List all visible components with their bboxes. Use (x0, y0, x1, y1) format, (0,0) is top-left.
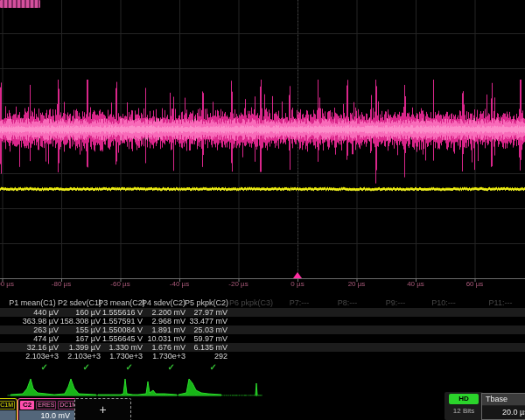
time-tick-label: 60 µs (466, 280, 484, 289)
hd-badge: HD (449, 394, 479, 404)
measure-value: 59.97 mV (193, 334, 228, 343)
measure-value: 27.97 mV (193, 308, 228, 317)
measure-value: 33.477 mV (189, 317, 228, 326)
hd-mode-group[interactable]: HD 12 Bits (444, 392, 483, 420)
c1-descriptor-tags: DC1M (0, 399, 17, 410)
measure-value: 2.968 mV (151, 317, 186, 326)
status-check-icon: ✓ (41, 362, 48, 373)
param-header[interactable]: P1 mean(C1) (9, 298, 56, 308)
c2-eres-tag: ERES (36, 401, 56, 410)
measure-value: 1.550084 V (102, 326, 143, 334)
time-tick-label: -20 µs (228, 280, 248, 289)
param-header[interactable]: P6 pkpk(C3) (229, 298, 273, 308)
timebase-value: 20.0 µs/div (482, 406, 525, 419)
measure-value: 1.556645 V (102, 334, 143, 343)
measure-value: 474 µV (33, 334, 59, 343)
measure-value: 2.200 mV (151, 308, 186, 317)
measure-value: 160 µV (75, 308, 101, 317)
measure-value: 2.103e+3 (25, 352, 59, 360)
measure-value: 158.308 µV (60, 317, 101, 326)
measure-value: 1.730e+3 (152, 352, 186, 360)
param-header[interactable]: P7:--- (290, 298, 310, 308)
time-tick-label: -80 µs (52, 280, 71, 289)
measure-value: 1.676 mV (151, 343, 186, 352)
status-check-icon: ✓ (83, 362, 90, 373)
measure-row: 32.16 µV1.399 µV1.330 mV1.676 mV6.135 mV (0, 343, 525, 352)
measure-value: 10.031 mV (147, 334, 186, 343)
param-header[interactable]: P5 pkpk(C2) (185, 298, 228, 308)
measure-value: 1.330 mV (108, 343, 143, 352)
measure-value: 167 µV (75, 334, 101, 343)
timebase-descriptor[interactable]: Tbase 20.0 µs/div (481, 393, 525, 420)
oscilloscope-screen: -100 µs-80 µs-60 µs-40 µs-20 µs0 µs20 µs… (0, 0, 525, 420)
measure-value: 1.557591 V (102, 317, 143, 326)
measure-value: 440 µV (33, 308, 59, 317)
measure-row: 263 µV155 µV1.550084 V1.891 mV25.03 mV (0, 326, 525, 334)
hd-bits-label: 12 Bits (444, 406, 483, 416)
measure-value: 292 (214, 352, 228, 360)
time-tick-label: -40 µs (170, 280, 189, 289)
measure-value: 6.135 mV (193, 343, 228, 352)
measure-value: 1.891 mV (151, 326, 186, 334)
measure-value: 1.555616 V (102, 308, 143, 317)
measure-value: 263 µV (33, 326, 59, 334)
measure-row: 363.98 µV158.308 µV1.557591 V2.968 mV33.… (0, 317, 525, 326)
param-header[interactable]: P11:--- (489, 298, 513, 308)
param-header[interactable]: P2 sdev(C1) (58, 298, 102, 308)
measure-value: 363.98 µV (23, 317, 59, 326)
measure-value: 32.16 µV (27, 343, 59, 352)
measure-value: 1.730e+3 (109, 352, 143, 360)
measure-value: 2.103e+3 (67, 352, 101, 360)
measure-value: 155 µV (75, 326, 101, 334)
param-header[interactable]: P3 mean(C2) (98, 298, 145, 308)
time-tick-label: 20 µs (348, 280, 366, 289)
timebase-label: Tbase (482, 394, 525, 406)
time-tick-label: -60 µs (110, 280, 130, 289)
time-tick-label: 40 µs (407, 280, 424, 289)
time-tick-label: -100 µs (0, 280, 14, 289)
c2-channel-badge: C2 (20, 401, 34, 410)
cropped-toolbar-badge (0, 0, 40, 8)
measure-row: 2.103e+32.103e+31.730e+31.730e+3292 (0, 352, 525, 360)
measure-row: 474 µV167 µV1.556645 V10.031 mV59.97 mV (0, 334, 525, 343)
param-header[interactable]: P10:--- (431, 298, 456, 308)
param-header[interactable]: P8:--- (338, 298, 358, 308)
measure-row: 440 µV160 µV1.555616 V2.200 mV27.97 mV (0, 308, 525, 317)
param-header[interactable]: P4 sdev(C2) (142, 298, 186, 308)
add-trace-button[interactable]: + (74, 398, 131, 420)
c1-scale-value: 10.0 mV (0, 410, 16, 420)
param-header[interactable]: P9:--- (386, 298, 406, 308)
status-check-icon: ✓ (126, 362, 133, 373)
status-check-icon: ✓ (210, 362, 217, 373)
c1-coupling-tag: DC1M (0, 401, 15, 410)
channel-c1-descriptor[interactable]: DC1M 10.0 mV (0, 398, 18, 420)
status-check-icon: ✓ (168, 362, 175, 373)
time-tick-label: 0 µs (290, 280, 304, 289)
measure-value: 1.399 µV (69, 343, 101, 352)
measure-value: 25.03 mV (193, 326, 228, 334)
